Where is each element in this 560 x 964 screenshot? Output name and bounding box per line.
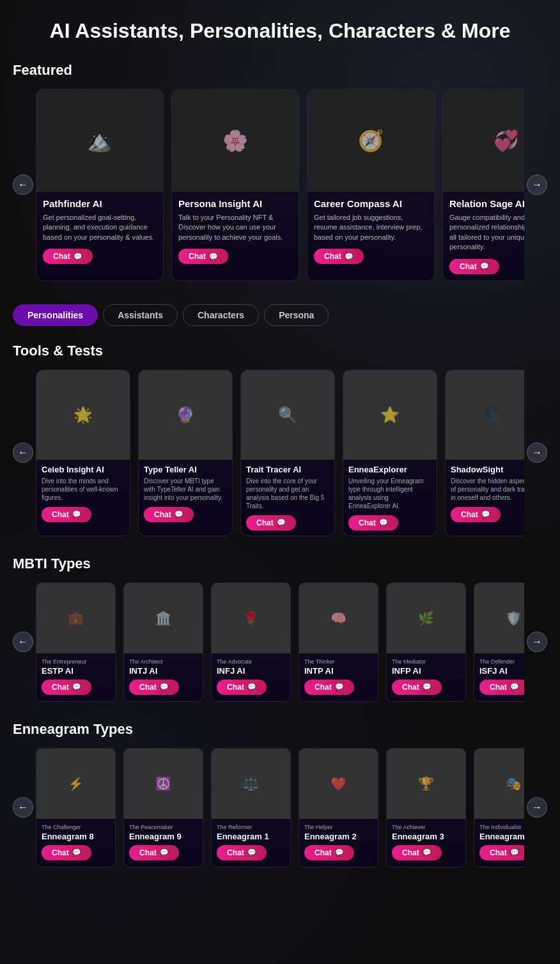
enneagram-card-image: ⚖️ [212, 749, 290, 819]
mbti-cards-scroll: 💼 The Entrepreneur ESTP AI Chat 🏛️ The A… [13, 582, 547, 702]
tool-card-name: Trait Tracer AI [246, 465, 329, 474]
enneagram-chat-button[interactable]: Chat [479, 845, 524, 860]
featured-chat-button[interactable]: Chat [314, 249, 364, 264]
featured-chat-button[interactable]: Chat [449, 259, 499, 274]
tool-card-desc: Unveiling your Enneagram type through in… [348, 477, 432, 510]
mbti-card-subtitle: The Entrepreneur [42, 658, 110, 665]
card-image-placeholder: 🛡️ [474, 583, 524, 653]
enneagram-card: ⚖️ The Reformer Enneagram 1 Chat [211, 748, 291, 867]
tool-card-image: 🌑 [446, 370, 524, 460]
enneagram-card-body: The Achiever Enneagram 3 Chat [387, 819, 465, 867]
mbti-card: 🌿 The Mediator INFP AI Chat [386, 582, 466, 702]
tab-assistants[interactable]: Assistants [103, 304, 178, 326]
tool-card-body: Celeb Insight AI Dive into the minds and… [36, 460, 130, 527]
featured-card-desc: Gauge compatibility and receive personal… [449, 213, 524, 253]
enneagram-chat-button[interactable]: Chat [392, 845, 442, 860]
featured-card-body: Relation Sage AI Gauge compatibility and… [443, 192, 524, 281]
tool-chat-button[interactable]: Chat [42, 507, 91, 522]
tools-prev-button[interactable]: ← [13, 442, 33, 463]
enneagram-card: 🎭 The Individualist Enneagram 4 Chat [474, 748, 524, 867]
enneagram-prev-button[interactable]: ← [13, 797, 33, 818]
tools-title: Tools & Tests [13, 343, 547, 359]
mbti-card-name: INTP AI [304, 666, 373, 676]
tool-card-body: ShadowSight Discover the hidden aspects … [446, 460, 524, 527]
mbti-cards-row: 💼 The Entrepreneur ESTP AI Chat 🏛️ The A… [36, 582, 524, 702]
featured-title: Featured [13, 62, 547, 79]
card-image-placeholder: ⚖️ [212, 749, 290, 819]
tools-cards-row: 🌟 Celeb Insight AI Dive into the minds a… [36, 369, 524, 536]
tool-card-body: Trait Tracer AI Dive into the core of yo… [241, 460, 334, 536]
tool-chat-button[interactable]: Chat [451, 507, 501, 522]
card-image-placeholder: ⭐ [343, 370, 437, 460]
featured-card-desc: Talk to your Personality NFT & Discover … [178, 213, 292, 242]
tools-next-button[interactable]: → [527, 442, 547, 463]
enneagram-card-name: Enneagram 1 [217, 832, 285, 841]
tool-chat-button[interactable]: Chat [348, 515, 398, 531]
card-image-placeholder: 🏔️ [36, 89, 163, 192]
mbti-card-body: The Advocate INFJ AI Chat [212, 653, 290, 701]
enneagram-next-button[interactable]: → [527, 797, 547, 818]
card-image-placeholder: 🌑 [446, 370, 524, 460]
enneagram-card-image: 🎭 [474, 749, 524, 819]
mbti-chat-button[interactable]: Chat [217, 680, 267, 695]
mbti-card-image: 🛡️ [474, 583, 524, 653]
card-image-placeholder: ❤️ [299, 749, 378, 819]
enneagram-chat-button[interactable]: Chat [129, 845, 179, 860]
enneagram-chat-button[interactable]: Chat [42, 845, 91, 860]
enneagram-card-body: The Individualist Enneagram 4 Chat [474, 819, 524, 867]
card-image-placeholder: 🌹 [212, 583, 290, 653]
mbti-prev-button[interactable]: ← [13, 632, 33, 652]
enneagram-cards-row: ⚡ The Challenger Enneagram 8 Chat ☮️ The… [36, 748, 524, 867]
tab-personalities[interactable]: Personalities [13, 304, 98, 326]
tool-card: 🌑 ShadowSight Discover the hidden aspect… [445, 369, 524, 536]
enneagram-chat-button[interactable]: Chat [217, 845, 267, 860]
mbti-card: 🏛️ The Architect INTJ AI Chat [123, 582, 203, 702]
mbti-card-image: 💼 [36, 583, 115, 653]
enneagram-card-name: Enneagram 8 [42, 832, 110, 841]
mbti-card-name: INFP AI [392, 666, 460, 676]
mbti-chat-button[interactable]: Chat [304, 680, 354, 695]
card-image-placeholder: 🌸 [172, 89, 299, 192]
card-image-placeholder: 🧭 [307, 89, 434, 192]
mbti-card-subtitle: The Mediator [392, 658, 460, 665]
enneagram-card-body: The Challenger Enneagram 8 Chat [36, 819, 115, 867]
mbti-card: 🧠 The Thinker INTP AI Chat [299, 582, 378, 702]
tool-card-name: Celeb Insight AI [42, 465, 125, 474]
tab-characters[interactable]: Characters [183, 304, 259, 326]
enneagram-card-body: The Reformer Enneagram 1 Chat [212, 819, 290, 867]
tools-cards-wrapper: ← 🌟 Celeb Insight AI Dive into the minds… [13, 369, 547, 536]
mbti-card: 🛡️ The Defender ISFJ AI Chat [474, 582, 524, 702]
enneagram-card: ☮️ The Peacemaker Enneagram 9 Chat [123, 748, 203, 867]
featured-chat-button[interactable]: Chat [178, 249, 228, 264]
mbti-chat-button[interactable]: Chat [392, 680, 442, 695]
enneagram-card-subtitle: The Challenger [42, 824, 110, 830]
card-image-placeholder: 🌟 [36, 370, 130, 460]
tool-card-image: ⭐ [343, 370, 437, 460]
mbti-cards-wrapper: ← 💼 The Entrepreneur ESTP AI Chat 🏛️ The… [13, 582, 547, 702]
tools-cards-scroll: 🌟 Celeb Insight AI Dive into the minds a… [13, 369, 547, 536]
enneagram-card-image: ☮️ [124, 749, 203, 819]
featured-cards-wrapper: ← 🏔️ Pathfinder AI Get personalized goal… [13, 89, 547, 281]
tab-persona[interactable]: Persona [264, 304, 329, 326]
enneagram-chat-button[interactable]: Chat [304, 845, 354, 860]
tool-chat-button[interactable]: Chat [246, 515, 296, 531]
mbti-next-button[interactable]: → [527, 632, 547, 652]
mbti-card-image: 🌹 [212, 583, 290, 653]
enneagram-title: Enneagram Types [13, 721, 547, 738]
tool-chat-button[interactable]: Chat [144, 507, 194, 522]
tool-card-name: ShadowSight [451, 465, 524, 474]
tool-card-body: EnneaExplorer Unveiling your Enneagram t… [343, 460, 437, 536]
mbti-chat-button[interactable]: Chat [129, 680, 179, 695]
featured-card-body: Career Compass AI Get tailored job sugge… [307, 192, 434, 270]
enneagram-card: 🏆 The Achiever Enneagram 3 Chat [386, 748, 466, 867]
enneagram-card-body: The Helper Enneagram 2 Chat [299, 819, 378, 867]
enneagram-card-body: The Peacemaker Enneagram 9 Chat [124, 819, 203, 867]
featured-card-image: 🌸 [172, 89, 299, 192]
mbti-card-image: 🌿 [387, 583, 465, 653]
featured-chat-button[interactable]: Chat [43, 249, 93, 264]
enneagram-card-subtitle: The Helper [304, 824, 373, 830]
mbti-chat-button[interactable]: Chat [42, 680, 91, 695]
mbti-chat-button[interactable]: Chat [479, 680, 524, 695]
mbti-title: MBTI Types [13, 556, 547, 572]
tool-card-name: Type Teller AI [144, 465, 227, 474]
